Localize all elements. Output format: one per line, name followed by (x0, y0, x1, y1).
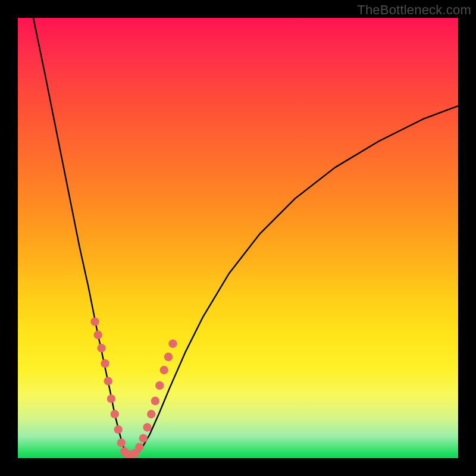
data-point (168, 339, 177, 347)
data-point (97, 344, 105, 352)
data-point (107, 394, 115, 403)
data-point (101, 359, 109, 368)
data-point (155, 381, 164, 390)
chart-frame: TheBottleneck.com (0, 0, 476, 476)
data-point (114, 425, 123, 434)
plot-area (18, 18, 458, 458)
curve-left-curve (33, 18, 128, 456)
data-point (147, 410, 155, 418)
marker-group (90, 317, 177, 458)
data-point (93, 331, 102, 339)
data-point (139, 434, 148, 443)
data-point (117, 439, 126, 447)
curve-right-curve (134, 106, 458, 456)
data-point (104, 377, 112, 385)
data-point (90, 317, 99, 325)
data-point (159, 366, 168, 374)
data-point (151, 397, 159, 405)
data-point (164, 353, 173, 361)
curve-group (33, 18, 458, 456)
chart-svg (18, 18, 458, 458)
data-point (135, 443, 143, 451)
data-point (143, 423, 151, 431)
data-point (111, 410, 119, 418)
attribution-text: TheBottleneck.com (357, 2, 471, 18)
